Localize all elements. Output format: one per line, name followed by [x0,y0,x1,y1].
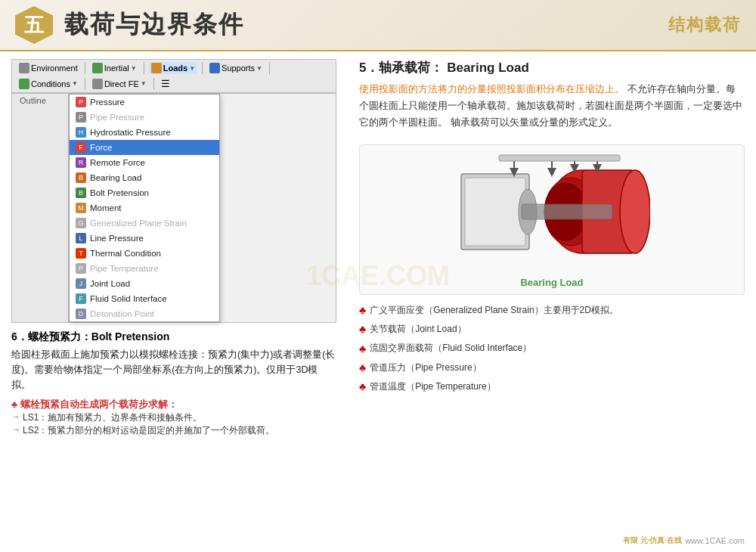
moment-icon: M [76,203,86,213]
env-icon [19,63,29,73]
menu-item-line-pressure[interactable]: L Line Pressure [70,231,219,246]
section6-body: 给圆柱形截面上施加预紧力以模拟螺栓连接：预紧力(集中力)或者调整量(长度)。需要… [11,347,336,392]
supports-arrow: ▼ [256,65,262,72]
toolbar-loads-label: Loads [163,64,187,73]
gps-icon: G [76,218,86,228]
menu-label-detonation: Detonation Point [90,309,154,318]
header: 五 载荷与边界条件 结构载荷 [0,0,756,51]
thermal-icon: T [76,248,86,259]
sep3 [202,62,203,74]
menu-label-fluid: Fluid Solid Interface [90,294,167,303]
toolbar: Environment Inertial ▼ Loads ▼ Supports … [11,59,336,93]
menu-label-joint: Joint Load [90,279,130,288]
toolbar-environment-label: Environment [31,64,78,73]
detonation-icon: D [76,309,86,319]
bottom-text-5: 管道温度（Pipe Temperature） [370,379,496,395]
section5-highlight: 使用投影面的方法将力的分量按照投影面积分布在压缩边上。 [359,83,624,95]
hydrostatic-icon: H [76,127,86,138]
sep6 [153,78,154,90]
ls1-arrow: → [11,411,20,422]
menu-item-moment[interactable]: M Moment [70,200,219,216]
menu-item-bearing-load[interactable]: B Bearing Load [70,170,219,185]
joint-icon: J [76,278,86,289]
section5-body: 使用投影面的方法将力的分量按照投影面积分布在压缩边上。 不允许存在轴向分量。每个… [359,81,745,131]
toolbar-conditions-label: Conditions [31,79,70,88]
conditions-arrow: ▼ [72,80,78,87]
toolbar-inertial[interactable]: Inertial ▼ [90,62,139,74]
pressure-icon: P [76,97,86,107]
section-subtitle: 结构载荷 [668,14,741,36]
outline-panel: Outline [12,94,69,322]
bottom-item-3: ♣ 流固交界面载荷（Fluid Solid Interface） [359,340,745,358]
svg-rect-1 [465,178,525,246]
sub-title: ♣ 螺栓预紧自动生成两个载荷步求解： [11,398,336,411]
conditions-icon [19,79,29,89]
remote-force-icon: R [76,157,86,168]
menu-label-hydrostatic: Hydrostatic Pressure [90,128,171,137]
diamond-5: ♣ [359,377,366,396]
menu-label-moment: Moment [90,203,122,212]
menu-label-thermal: Thermal Condition [90,249,161,258]
line-pressure-icon: L [76,233,86,243]
force-icon: F [76,142,86,153]
menu-item-gps: G Generalized Plane Strain [70,216,219,231]
bottom-info: ♣ 广义平面应变（Generalized Plane Strain）主要用于2D… [359,301,745,396]
menu-label-line-pressure: Line Pressure [90,234,144,243]
directfe-icon [92,79,103,89]
section6-title: 6．螺栓预紧力：Bolt Pretension [11,330,336,344]
bottom-text-1: 广义平面应变（Generalized Plane Strain）主要用于2D模拟… [370,302,618,319]
section5: 5．轴承载荷： Bearing Load 使用投影面的方法将力的分量按照投影面积… [359,59,745,131]
bottom-item-5: ♣ 管道温度（Pipe Temperature） [359,377,745,396]
menu-item-bolt[interactable]: B Bolt Pretension [70,185,219,200]
sep5 [85,78,85,90]
menu-label-pressure: Pressure [90,98,125,107]
bolt-icon: B [76,188,86,198]
sep4 [269,62,270,74]
right-panel: 5．轴承载荷： Bearing Load 使用投影面的方法将力的分量按照投影面积… [348,51,756,552]
sep1 [85,62,85,74]
bottom-item-1: ♣ 广义平面应变（Generalized Plane Strain）主要用于2D… [359,301,745,320]
diamond-3: ♣ [359,340,366,358]
main-content: Environment Inertial ▼ Loads ▼ Supports … [0,51,756,552]
ls2-arrow: → [11,424,20,435]
site-logo-text2: 元·仿真·在线 [640,536,683,544]
section6-sub: ♣ 螺栓预紧自动生成两个载荷步求解： → LS1：施加有预紧力、边界条件和接触条… [11,398,336,437]
toolbar-environment[interactable]: Environment [17,62,80,74]
menu-item-hydrostatic[interactable]: H Hydrostatic Pressure [70,125,219,140]
sep2 [144,62,144,74]
toolbar-conditions[interactable]: Conditions ▼ [17,78,80,90]
bearing-illustration: Bearing Load [359,144,745,295]
supports-icon [209,63,220,73]
site-logo-text: 有限 [623,536,638,544]
toolbar-directfe[interactable]: Direct FE ▼ [90,78,149,90]
bottom-item-4: ♣ 管道压力（Pipe Pressure） [359,358,745,377]
menu-label-bearing-load: Bearing Load [90,173,141,182]
ls1-text: LS1：施加有预紧力、边界条件和接触条件。 [23,411,202,424]
menu-item-force[interactable]: F Force [70,140,219,155]
inertial-icon [92,63,103,73]
menu-item-joint[interactable]: J Joint Load [70,276,219,291]
toolbar-inertial-label: Inertial [104,64,129,73]
diamond-1: ♣ [359,301,366,320]
menu-label-bolt: Bolt Pretension [90,188,149,197]
page-title: 载荷与边界条件 [64,8,244,42]
section6: 6．螺栓预紧力：Bolt Pretension 给圆柱形截面上施加预紧力以模拟螺… [11,330,336,437]
inertial-arrow: ▼ [131,65,137,72]
diamond-2: ♣ [359,320,366,339]
bearing-label: Bearing Load [520,277,583,288]
site-logo: 有限 元·仿真·在线 [623,535,682,546]
menu-item-thermal[interactable]: T Thermal Condition [70,246,219,261]
pipe-temp-icon: P [76,263,86,274]
toolbar-supports[interactable]: Supports ▼ [207,62,265,74]
loads-icon [151,63,162,73]
dropdown-menu: P Pressure P Pipe Pressure H Hydrostatic… [69,94,220,322]
section5-title: 5．轴承载荷： Bearing Load [359,59,745,76]
menu-item-remote-force[interactable]: R Remote Force [70,155,219,170]
menu-item-pressure[interactable]: P Pressure [70,95,219,110]
bearing-svg [454,151,650,272]
menu-label-remote-force: Remote Force [90,158,145,167]
toolbar-extra[interactable]: ☰ [159,77,172,90]
menu-item-fluid[interactable]: F Fluid Solid Interface [70,291,219,306]
toolbar-loads[interactable]: Loads ▼ [149,62,197,74]
loads-arrow: ▼ [189,65,195,72]
